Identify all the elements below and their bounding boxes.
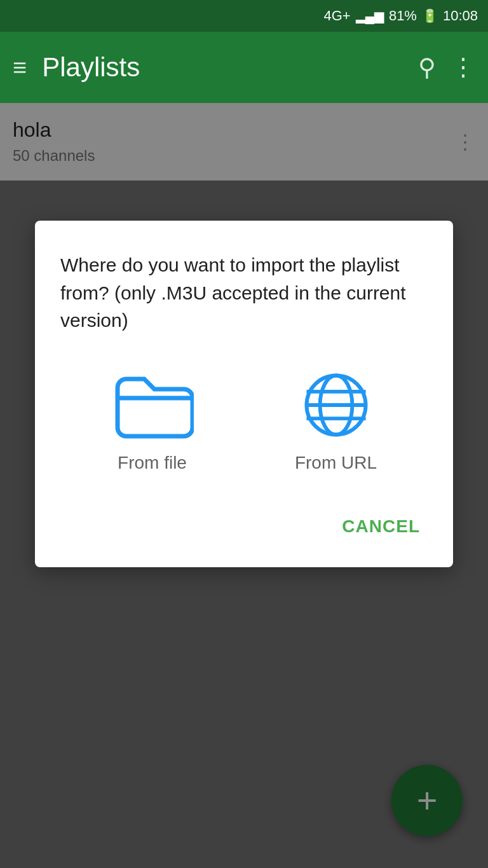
dialog-options: From file From URL	[60, 370, 428, 473]
dialog-actions: CANCEL	[60, 511, 428, 542]
cancel-button[interactable]: CANCEL	[334, 511, 428, 542]
from-file-label: From file	[118, 453, 187, 473]
from-url-label: From URL	[295, 453, 377, 473]
battery-icon: 🔋	[422, 8, 438, 24]
content-area: hola 50 channels ⋮ Where do you want to …	[0, 103, 488, 868]
overflow-menu-icon[interactable]: ⋮	[451, 53, 475, 81]
globe-icon	[295, 370, 377, 440]
from-file-option[interactable]: From file	[111, 370, 194, 473]
folder-icon	[111, 370, 194, 440]
dialog-message: Where do you want to import the playlist…	[60, 251, 428, 334]
battery-level: 81%	[389, 8, 417, 24]
import-dialog: Where do you want to import the playlist…	[35, 221, 453, 567]
page-title: Playlists	[42, 52, 403, 83]
search-icon[interactable]: ⚲	[418, 53, 436, 81]
status-bar: 4G+ ▂▄▆ 81% 🔋 10:08	[0, 0, 488, 32]
app-bar: ≡ Playlists ⚲ ⋮	[0, 32, 488, 103]
signal-icon: ▂▄▆	[356, 8, 384, 24]
hamburger-menu-icon[interactable]: ≡	[13, 54, 27, 81]
network-type: 4G+	[324, 8, 351, 24]
clock: 10:08	[443, 8, 478, 24]
from-url-option[interactable]: From URL	[295, 370, 377, 473]
